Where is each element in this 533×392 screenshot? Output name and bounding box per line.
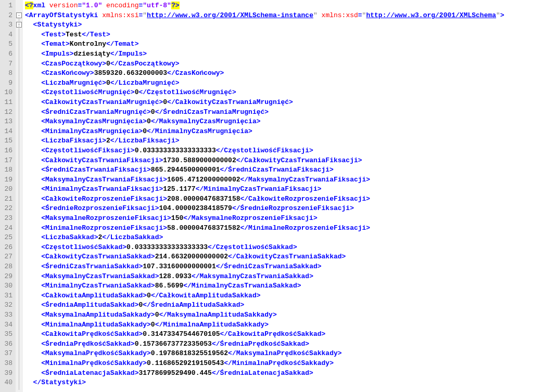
element-Impuls[interactable]: <Impuls>dziesiąty</Impuls> [25, 49, 533, 59]
line-number: 11 [2, 98, 12, 108]
element-ŚredniCzasTrwaniaFiksacji[interactable]: <ŚredniCzasTrwaniaFiksacji>865.294450000… [25, 165, 533, 175]
element-MaksymalnyCzasTrwaniaSakkad[interactable]: <MaksymalnyCzasTrwaniaSakkad>128.0933</M… [25, 272, 533, 282]
line-number: 35 [2, 330, 12, 339]
line-number: 16 [2, 146, 12, 156]
line-number: 24 [2, 224, 12, 233]
element-CzęstotliwośćMrugnięć[interactable]: <CzęstotliwośćMrugnięć>0</CzęstotliwośćM… [25, 88, 533, 98]
line-number: 8 [2, 69, 12, 79]
element-Test[interactable]: <Test>Test</Test> [25, 30, 533, 40]
element-MaksymalnyCzasMrugnięcia[interactable]: <MaksymalnyCzasMrugnięcia>0</MaksymalnyC… [25, 117, 533, 127]
line-number: 30 [2, 281, 12, 291]
fold-toggle-icon[interactable]: - [16, 12, 22, 18]
line-number: 29 [2, 272, 12, 282]
line-number: 4 [2, 30, 12, 40]
line-number: 32 [2, 300, 12, 310]
line-number: 17 [2, 156, 12, 166]
line-number: 31 [2, 291, 12, 301]
element-CzasPoczątkowy[interactable]: <CzasPoczątkowy>0</CzasPoczątkowy> [25, 59, 533, 69]
element-CałkowityCzasTrwaniaSakkad[interactable]: <CałkowityCzasTrwaniaSakkad>214.66320000… [25, 252, 533, 262]
line-number: 10 [2, 88, 12, 98]
line-number: 27 [2, 252, 12, 262]
line-number: 15 [2, 136, 12, 146]
element-MaksymalnaAmplitudaSakkady[interactable]: <MaksymalnaAmplitudaSakkady>0</Maksymaln… [25, 310, 533, 320]
line-number: 18 [2, 165, 12, 175]
line-number: 9 [2, 79, 12, 88]
line-number: 13 [2, 117, 12, 127]
element-LiczbaMrugnięć[interactable]: <LiczbaMrugnięć>0</LiczbaMrugnięć> [25, 79, 533, 88]
line-number: 3 [2, 20, 12, 30]
line-number: 2 [2, 11, 12, 21]
line-number: 34 [2, 320, 12, 330]
line-number: 5 [2, 40, 12, 49]
line-number: 12 [2, 108, 12, 117]
statystyki-close[interactable]: </Statystyki> [25, 378, 533, 388]
line-number: 38 [2, 359, 12, 369]
line-number: 23 [2, 214, 12, 224]
element-CzęstotliwośćSakkad[interactable]: <CzęstotliwośćSakkad>0.03333333333333333… [25, 243, 533, 253]
element-LiczbaFiksacji[interactable]: <LiczbaFiksacji>2</LiczbaFiksacji> [25, 136, 533, 146]
line-number: 1 [2, 1, 12, 11]
element-MinimalnaAmplitudaSakkady[interactable]: <MinimalnaAmplitudaSakkady>0</MinimalnaA… [25, 320, 533, 330]
line-number: 36 [2, 339, 12, 349]
element-MaksymalneRozproszenieFiksacji[interactable]: <MaksymalneRozproszenieFiksacji>150</Mak… [25, 214, 533, 224]
line-number: 6 [2, 49, 12, 59]
element-CałkowiteRozproszenieFiksacji[interactable]: <CałkowiteRozproszenieFiksacji>208.00000… [25, 194, 533, 204]
line-number: 21 [2, 194, 12, 204]
element-MinimalnyCzasMrugnięcia[interactable]: <MinimalnyCzasMrugnięcia>0</MinimalnyCza… [25, 127, 533, 137]
element-MaksymalnaPrędkośćSakkady[interactable]: <MaksymalnaPrędkośćSakkady>0.19786818325… [25, 349, 533, 359]
line-number: 19 [2, 175, 12, 185]
root-element-open[interactable]: <ArrayOfStatystyki xmlns:xsi="http://www… [25, 11, 533, 21]
element-MinimalneRozproszenieFiksacji[interactable]: <MinimalneRozproszenieFiksacji>58.000004… [25, 224, 533, 233]
element-MinimalnyCzasTrwaniaSakkad[interactable]: <MinimalnyCzasTrwaniaSakkad>86.5699</Min… [25, 281, 533, 291]
line-number: 37 [2, 349, 12, 359]
line-number: 40 [2, 378, 12, 388]
line-number: 20 [2, 185, 12, 194]
element-CzasKońcowy[interactable]: <CzasKońcowy>3859320.6632000003</CzasKoń… [25, 69, 533, 79]
line-number: 28 [2, 262, 12, 272]
element-LiczbaSakkad[interactable]: <LiczbaSakkad>2</LiczbaSakkad> [25, 233, 533, 243]
line-number: 26 [2, 243, 12, 253]
statystyki-open[interactable]: <Statystyki> [25, 20, 533, 30]
line-number: 7 [2, 59, 12, 69]
line-number: 39 [2, 369, 12, 378]
element-CzęstotliwośćFiksacji[interactable]: <CzęstotliwośćFiksacji>0.033333333333333… [25, 146, 533, 156]
element-Temat[interactable]: <Temat>Kontrolny</Temat> [25, 40, 533, 49]
xml-declaration[interactable]: <?xml version="1.0" encoding="utf-8"?> [25, 1, 533, 11]
element-ŚredniaLatenacjaSakkad[interactable]: <ŚredniaLatenacjaSakkad>31778699529490.4… [25, 369, 533, 378]
element-MinimalnaPrędkośćSakkady[interactable]: <MinimalnaPrędkośćSakkady>0.116865292191… [25, 359, 533, 369]
element-MinimalnyCzasTrwaniaFiksacji[interactable]: <MinimalnyCzasTrwaniaFiksacji>125.1177</… [25, 185, 533, 194]
element-ŚrednieRozproszenieFiksacji[interactable]: <ŚrednieRozproszenieFiksacji>104.0000023… [25, 204, 533, 214]
element-ŚredniaPrędkośćSakkad[interactable]: <ŚredniaPrędkośćSakkad>0.157366737723350… [25, 339, 533, 349]
line-number: 33 [2, 310, 12, 320]
code-editor-content[interactable]: <?xml version="1.0" encoding="utf-8"?><A… [23, 0, 533, 392]
line-number-gutter: 1234567891011121314151617181920212223242… [0, 0, 16, 392]
line-number: 22 [2, 204, 12, 214]
element-CałkowityCzasTrwaniaFiksacji[interactable]: <CałkowityCzasTrwaniaFiksacji>1730.58890… [25, 156, 533, 166]
element-ŚredniCzasTrwaniaSakkad[interactable]: <ŚredniCzasTrwaniaSakkad>107.33160000000… [25, 262, 533, 272]
line-number: 14 [2, 127, 12, 137]
element-CałkowitaPrędkośćSakkad[interactable]: <CałkowitaPrędkośćSakkad>0.3147334754467… [25, 330, 533, 339]
element-ŚredniCzasTrwaniaMrugnięć[interactable]: <ŚredniCzasTrwaniaMrugnięć>0</ŚredniCzas… [25, 108, 533, 117]
element-CałkowitaAmplitudaSakkad[interactable]: <CałkowitaAmplitudaSakkad>0</CałkowitaAm… [25, 291, 533, 301]
element-CałkowityCzasTrwaniaMrugnięć[interactable]: <CałkowityCzasTrwaniaMrugnięć>0</Całkowi… [25, 98, 533, 108]
element-ŚredniaAmplitudaSakkad[interactable]: <ŚredniaAmplitudaSakkad>0</ŚredniaAmplit… [25, 300, 533, 310]
element-MaksymalnyCzasTrwaniaFiksacji[interactable]: <MaksymalnyCzasTrwaniaFiksacji>1605.4712… [25, 175, 533, 185]
fold-column[interactable]: -- [16, 0, 23, 392]
line-number: 25 [2, 233, 12, 243]
